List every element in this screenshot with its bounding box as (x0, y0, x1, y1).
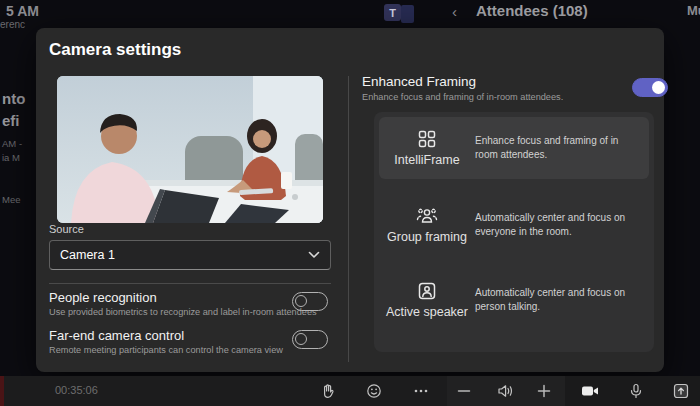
option-group-framing[interactable]: Group framing Automatically center and f… (379, 187, 649, 263)
person-frame-icon (417, 281, 437, 301)
teams-logo-shadow (401, 5, 414, 23)
option-label: Group framing (387, 230, 467, 244)
emoji-icon[interactable] (366, 383, 382, 399)
option-label: Active speaker (386, 305, 468, 319)
dialog-title: Camera settings (49, 40, 181, 60)
option-intelliframe[interactable]: IntelliFrame Enhance focus and framing o… (379, 117, 649, 179)
option-label: IntelliFrame (394, 153, 459, 167)
share-screen-icon[interactable] (673, 383, 689, 399)
backdrop-text-fragment: AM - (2, 138, 22, 149)
toggle-knob (295, 333, 307, 345)
minus-icon[interactable] (456, 383, 472, 399)
toggle-knob (652, 81, 665, 94)
people-group-icon (416, 206, 438, 226)
teams-logo-icon: T (384, 4, 401, 21)
conference-name-partial: erenc (0, 19, 25, 30)
toggle-knob (295, 295, 307, 307)
enhanced-framing-toggle[interactable] (632, 78, 668, 97)
option-description: Enhance focus and framing of in room att… (475, 134, 649, 163)
speaker-icon[interactable] (497, 383, 513, 399)
edge-accent (0, 376, 4, 406)
camera-source-dropdown[interactable]: Camera 1 (49, 240, 331, 270)
enhanced-framing-label: Enhanced Framing (362, 74, 476, 89)
chevron-down-icon (308, 251, 320, 259)
mic-icon[interactable] (628, 383, 644, 399)
plus-icon[interactable] (536, 383, 552, 399)
camera-icon[interactable] (581, 383, 597, 399)
option-active-speaker[interactable]: Active speaker Automatically center and … (379, 267, 649, 333)
option-description: Automatically center and focus on everyo… (475, 211, 649, 240)
enhanced-framing-description: Enhance focus and framing of in-room att… (362, 92, 563, 102)
more-icon[interactable] (413, 383, 429, 399)
backdrop-text-fragment: ia M (2, 152, 20, 163)
attendees-panel-title: Attendees (108) (476, 2, 588, 19)
raise-hand-icon[interactable] (320, 383, 336, 399)
divider (49, 283, 331, 284)
camera-preview-image (57, 76, 323, 223)
far-end-camera-toggle[interactable] (292, 330, 328, 349)
camera-settings-dialog: Camera settings (36, 28, 664, 372)
backdrop-text-fragment: nto (2, 90, 25, 107)
mute-all-button-partial[interactable]: Mut (687, 3, 700, 18)
meeting-timer: 00:35:06 (55, 384, 98, 396)
meeting-top-bar: 5 AM erenc T ‹ Attendees (108) Mut (0, 0, 700, 26)
divider (348, 76, 349, 362)
clock-time-partial: 5 AM (6, 3, 39, 19)
intelliframe-grid-icon (417, 129, 437, 149)
backdrop-text-fragment: efi (2, 112, 20, 129)
option-description: Automatically center and focus on person… (475, 286, 649, 315)
teams-meeting-screen: 5 AM erenc T ‹ Attendees (108) Mut nto e… (0, 0, 700, 406)
backdrop-text-fragment: Mee (2, 194, 20, 205)
camera-source-value: Camera 1 (60, 248, 115, 262)
camera-preview (57, 76, 323, 223)
back-chevron-icon[interactable]: ‹ (452, 3, 457, 20)
people-recognition-toggle[interactable] (292, 292, 328, 311)
framing-options-panel: IntelliFrame Enhance focus and framing o… (374, 112, 654, 352)
source-label: Source (49, 223, 84, 235)
